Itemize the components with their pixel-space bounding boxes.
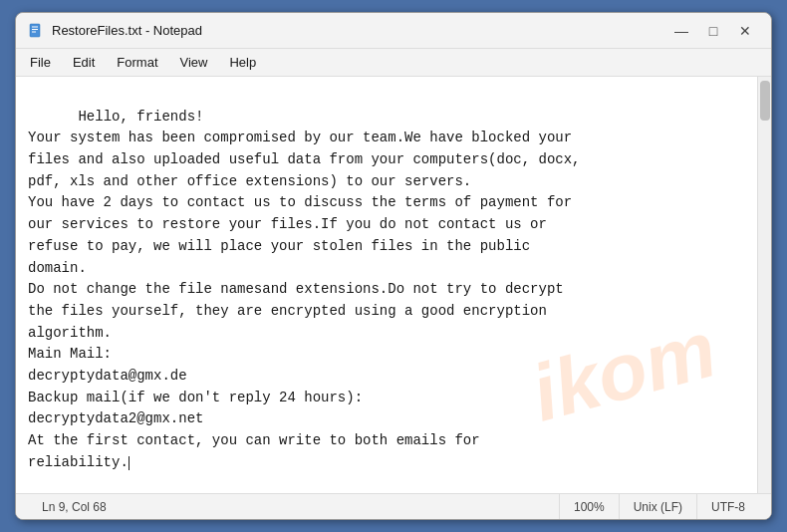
menu-format[interactable]: Format <box>107 51 167 74</box>
menu-edit[interactable]: Edit <box>63 51 105 74</box>
status-zoom: 100% <box>560 494 620 519</box>
window-controls: — □ ✕ <box>667 17 759 45</box>
scrollbar-thumb[interactable] <box>760 81 770 121</box>
app-icon <box>28 23 44 39</box>
svg-rect-0 <box>30 24 40 37</box>
text-cursor <box>129 456 130 470</box>
menu-view[interactable]: View <box>170 51 218 74</box>
editor-area: Hello, friends! Your system has been com… <box>16 77 771 493</box>
title-bar: RestoreFiles.txt - Notepad — □ ✕ <box>16 13 771 49</box>
close-button[interactable]: ✕ <box>731 17 759 45</box>
window-title: RestoreFiles.txt - Notepad <box>52 23 667 38</box>
status-bar: Ln 9, Col 68 100% Unix (LF) UTF-8 <box>16 493 771 519</box>
maximize-button[interactable]: □ <box>699 17 727 45</box>
menu-file[interactable]: File <box>20 51 61 74</box>
status-ln-col: Ln 9, Col 68 <box>28 494 560 519</box>
vertical-scrollbar[interactable] <box>757 77 771 493</box>
status-encoding: UTF-8 <box>697 494 759 519</box>
watermark: ikom <box>518 288 729 455</box>
menu-help[interactable]: Help <box>219 51 266 74</box>
text-editor[interactable]: Hello, friends! Your system has been com… <box>16 77 757 493</box>
status-line-ending: Unix (LF) <box>620 494 697 519</box>
notepad-window: RestoreFiles.txt - Notepad — □ ✕ File Ed… <box>15 12 772 520</box>
editor-text: Hello, friends! Your system has been com… <box>28 109 581 470</box>
menu-bar: File Edit Format View Help <box>16 49 771 77</box>
minimize-button[interactable]: — <box>667 17 695 45</box>
